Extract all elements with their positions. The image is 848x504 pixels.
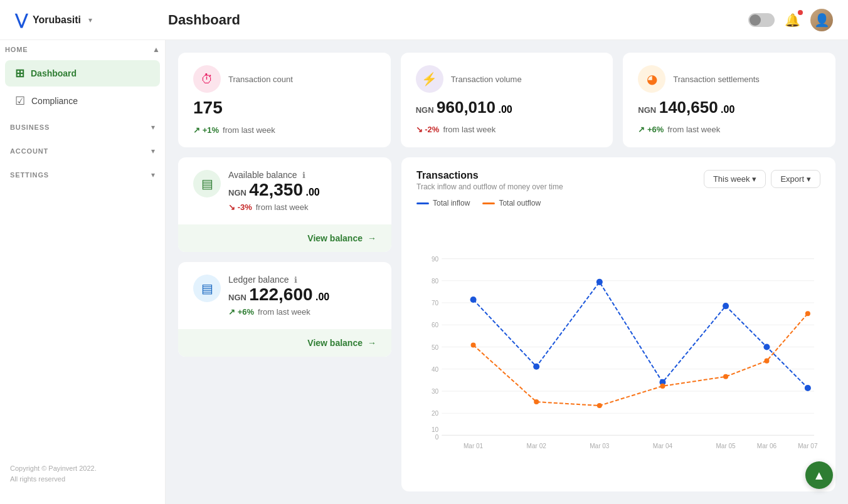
- stat-card-transaction-settlements: ◕ Transaction settlements NGN 140,650 .0…: [623, 53, 835, 147]
- sidebar-section-settings: SETTINGS ▾: [0, 163, 165, 187]
- bottom-row: ▤ Available balance ℹ NGN 42,350: [178, 157, 835, 491]
- sidebar-item-compliance[interactable]: ☑ Compliance: [5, 88, 160, 114]
- transaction-settlements-label: Transaction settlements: [673, 75, 760, 84]
- transaction-volume-icon: ⚡: [421, 71, 437, 87]
- stat-card-transaction-volume: ⚡ Transaction volume NGN 960,010 .00 ↘ -…: [401, 53, 613, 147]
- available-balance-card: ▤ Available balance ℹ NGN 42,350: [178, 157, 391, 252]
- svg-text:Mar 07: Mar 07: [798, 443, 818, 449]
- settlements-change-value: ↗ +6%: [638, 125, 664, 134]
- available-balance-body: ▤ Available balance ℹ NGN 42,350: [178, 157, 391, 224]
- ledger-balance-icon: ▤: [201, 281, 213, 296]
- inflow-dot-2: [596, 279, 603, 285]
- outflow-line: [474, 313, 808, 406]
- svg-text:90: 90: [432, 256, 439, 263]
- scroll-top-icon: ▲: [813, 468, 825, 483]
- main-layout: HOME ▲ ⊞ Dashboard ☑ Compliance BUSINESS…: [0, 40, 848, 504]
- outflow-dot-2: [597, 403, 602, 408]
- ledger-balance-card: ▤ Ledger balance ℹ NGN 122,600: [178, 262, 391, 357]
- sidebar-settings-header[interactable]: SETTINGS ▾: [5, 165, 160, 184]
- svg-text:30: 30: [432, 388, 439, 395]
- svg-text:Mar 06: Mar 06: [757, 443, 777, 449]
- available-balance-value-row: NGN 42,350 .00: [228, 180, 320, 200]
- legend-inflow: Total inflow: [416, 199, 470, 207]
- settlements-change-text: from last week: [667, 125, 720, 134]
- main-content: ⏱ Transaction count 175 ↗ +1% from last …: [166, 40, 848, 504]
- ledger-balance-label: Ledger balance: [228, 275, 289, 285]
- legend-outflow: Total outflow: [482, 199, 541, 207]
- available-balance-info-icon[interactable]: ℹ: [302, 171, 305, 180]
- volume-decimal: .00: [498, 104, 512, 115]
- view-available-balance-arrow: →: [368, 233, 376, 243]
- chart-header: Transactions Track inflow and outflow of…: [416, 170, 820, 191]
- transaction-settlements-change: ↗ +6% from last week: [638, 125, 820, 134]
- chart-area: 90 80 70 60 50 40 30 20 10 0 Mar 01 Mar …: [416, 215, 820, 479]
- sidebar-section-business: BUSINESS ▾: [0, 115, 165, 139]
- inflow-dot-4: [723, 303, 729, 309]
- svg-text:Mar 01: Mar 01: [464, 443, 484, 449]
- svg-text:Mar 04: Mar 04: [653, 443, 673, 449]
- ledger-change-value: ↗ +6%: [228, 307, 254, 317]
- legend-inflow-line: [416, 202, 429, 204]
- sidebar-business-header[interactable]: BUSINESS ▾: [5, 118, 160, 137]
- transaction-volume-change: ↘ -2% from last week: [416, 125, 598, 134]
- svg-text:80: 80: [432, 278, 439, 285]
- available-decimal: .00: [305, 187, 319, 197]
- export-label: Export: [780, 174, 804, 184]
- svg-text:70: 70: [432, 300, 439, 307]
- available-currency: NGN: [228, 188, 246, 197]
- available-balance-footer[interactable]: View balance →: [178, 224, 391, 252]
- sidebar-settings-label: SETTINGS: [10, 171, 49, 179]
- this-week-chevron: ▾: [752, 174, 756, 184]
- dark-mode-toggle[interactable]: [748, 13, 775, 27]
- ledger-balance-info-icon[interactable]: ℹ: [294, 275, 297, 285]
- outflow-dot-0: [471, 342, 476, 347]
- view-ledger-balance-arrow: →: [368, 338, 376, 348]
- footer-line2: All rights reserved: [10, 474, 155, 485]
- legend-outflow-line: [482, 202, 495, 204]
- transaction-volume-value-row: NGN 960,010 .00: [416, 98, 598, 117]
- transaction-settlements-value-row: NGN 140,650 .00: [638, 98, 820, 117]
- this-week-button[interactable]: This week ▾: [704, 170, 766, 188]
- sidebar-home-chevron: ▲: [152, 45, 160, 54]
- bell-icon: 🔔: [785, 13, 800, 27]
- stat-card-volume-header: ⚡ Transaction volume: [416, 65, 598, 93]
- sidebar-settings-chevron: ▾: [151, 171, 155, 179]
- ledger-balance-body: ▤ Ledger balance ℹ NGN 122,600: [178, 262, 391, 329]
- sidebar-home-header[interactable]: HOME ▲: [0, 40, 165, 59]
- transactions-svg: 90 80 70 60 50 40 30 20 10 0 Mar 01 Mar …: [416, 215, 820, 479]
- notification-badge: [798, 10, 803, 15]
- export-button[interactable]: Export ▾: [771, 170, 820, 188]
- logo-area[interactable]: ⋁ Yorubasiti ▾: [15, 11, 153, 29]
- compliance-icon: ☑: [15, 94, 25, 108]
- ledger-balance-icon-wrap: ▤: [193, 275, 221, 302]
- footer-line1: Copyright © Payinvert 2022.: [10, 463, 155, 474]
- stat-card-transaction-count: ⏱ Transaction count 175 ↗ +1% from last …: [178, 53, 391, 147]
- count-change-text: from last week: [223, 125, 275, 135]
- stat-card-settlements-header: ◕ Transaction settlements: [638, 65, 820, 93]
- outflow-dot-6: [805, 311, 810, 316]
- scroll-to-top-button[interactable]: ▲: [805, 461, 833, 489]
- ledger-balance-footer[interactable]: View balance →: [178, 329, 391, 357]
- transactions-chart-card: Transactions Track inflow and outflow of…: [401, 157, 835, 491]
- outflow-dot-4: [723, 374, 728, 379]
- sidebar-item-dashboard[interactable]: ⊞ Dashboard: [5, 60, 160, 87]
- logo-chevron[interactable]: ▾: [88, 16, 92, 24]
- header-right: 🔔 👤: [748, 9, 833, 31]
- settlements-currency: NGN: [638, 105, 656, 115]
- available-balance-icon-wrap: ▤: [193, 170, 221, 197]
- toggle-knob: [750, 14, 761, 26]
- user-avatar[interactable]: 👤: [810, 9, 833, 31]
- logo-text: Yorubasiti: [33, 14, 81, 26]
- volume-currency: NGN: [416, 105, 434, 115]
- ledger-balance-value: 122,600: [249, 285, 312, 304]
- chart-title: Transactions: [416, 170, 563, 181]
- inflow-dot-0: [470, 297, 477, 303]
- sidebar-account-header[interactable]: ACCOUNT ▾: [5, 142, 160, 160]
- outflow-dot-1: [534, 399, 539, 404]
- view-available-balance-label: View balance: [307, 233, 363, 243]
- header-left: ⋁ Yorubasiti ▾ Dashboard: [15, 11, 240, 29]
- transaction-count-value: 175: [193, 98, 223, 117]
- inflow-dot-6: [805, 385, 811, 391]
- notification-bell[interactable]: 🔔: [785, 13, 800, 28]
- ledger-currency: NGN: [228, 293, 246, 302]
